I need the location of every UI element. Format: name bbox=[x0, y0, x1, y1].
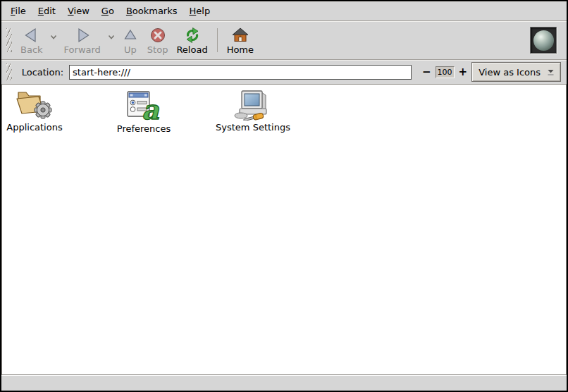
home-button[interactable]: Home bbox=[223, 23, 258, 58]
icon-label: System Settings bbox=[216, 123, 290, 133]
status-bar bbox=[1, 375, 567, 391]
desktop-item-system-settings[interactable]: System Settings bbox=[214, 88, 292, 133]
stop-button[interactable]: Stop bbox=[143, 23, 173, 58]
chevron-down-icon bbox=[107, 34, 116, 40]
icon-label: Preferences bbox=[117, 124, 171, 134]
desktop-item-applications[interactable]: Applications bbox=[0, 88, 73, 133]
forward-label: Forward bbox=[64, 45, 101, 55]
file-view[interactable]: Applications a Preferences bbox=[1, 84, 567, 375]
menu-view[interactable]: View bbox=[68, 6, 89, 16]
toolbar-grip-handle[interactable] bbox=[6, 28, 12, 52]
home-icon bbox=[231, 27, 249, 44]
back-label: Back bbox=[20, 45, 43, 55]
reload-button[interactable]: Reload bbox=[172, 23, 211, 58]
menu-help[interactable]: Help bbox=[190, 6, 211, 16]
forward-icon bbox=[73, 27, 92, 44]
up-button[interactable]: Up bbox=[118, 23, 143, 58]
home-label: Home bbox=[227, 45, 254, 55]
locationbar-grip-handle[interactable] bbox=[6, 63, 12, 80]
zoom-level: 100 bbox=[436, 66, 455, 78]
nautilus-window: File Edit View Go Bookmarks Help Back Fo… bbox=[0, 0, 568, 392]
back-icon bbox=[23, 27, 41, 44]
option-menu-arrow-icon bbox=[546, 68, 555, 77]
back-history-dropdown[interactable] bbox=[47, 32, 60, 42]
icon-label: Applications bbox=[6, 123, 62, 133]
menu-go[interactable]: Go bbox=[101, 6, 114, 16]
menu-file[interactable]: File bbox=[11, 6, 26, 16]
toolbar-separator bbox=[217, 28, 218, 52]
view-as-label: View as Icons bbox=[479, 67, 541, 78]
applications-icon bbox=[16, 88, 54, 121]
forward-button[interactable]: Forward bbox=[60, 23, 105, 58]
view-as-dropdown[interactable]: View as Icons bbox=[471, 62, 561, 82]
stop-icon bbox=[149, 27, 167, 44]
system-settings-icon bbox=[233, 88, 273, 121]
desktop-item-preferences[interactable]: a Preferences bbox=[105, 88, 183, 134]
location-input[interactable] bbox=[69, 65, 412, 80]
menubar: File Edit View Go Bookmarks Help bbox=[1, 1, 567, 21]
throbber-sphere-icon bbox=[533, 30, 554, 51]
stop-label: Stop bbox=[147, 45, 168, 55]
svg-text:a: a bbox=[142, 94, 160, 122]
toolbar: Back Forward Up bbox=[1, 21, 567, 60]
reload-label: Reload bbox=[176, 45, 207, 55]
back-button[interactable]: Back bbox=[16, 23, 47, 58]
preferences-icon: a bbox=[125, 88, 162, 122]
up-label: Up bbox=[124, 45, 137, 55]
forward-history-dropdown[interactable] bbox=[105, 32, 118, 42]
zoom-out-button[interactable]: − bbox=[418, 66, 436, 78]
chevron-down-icon bbox=[49, 34, 58, 40]
location-bar: Location: − 100 + View as Icons bbox=[1, 60, 567, 84]
reload-icon bbox=[183, 27, 202, 44]
up-icon bbox=[122, 27, 139, 44]
menu-bookmarks[interactable]: Bookmarks bbox=[126, 6, 178, 16]
zoom-in-button[interactable]: + bbox=[455, 66, 472, 78]
location-label: Location: bbox=[22, 67, 63, 78]
menu-edit[interactable]: Edit bbox=[38, 6, 56, 16]
throbber bbox=[530, 27, 557, 54]
